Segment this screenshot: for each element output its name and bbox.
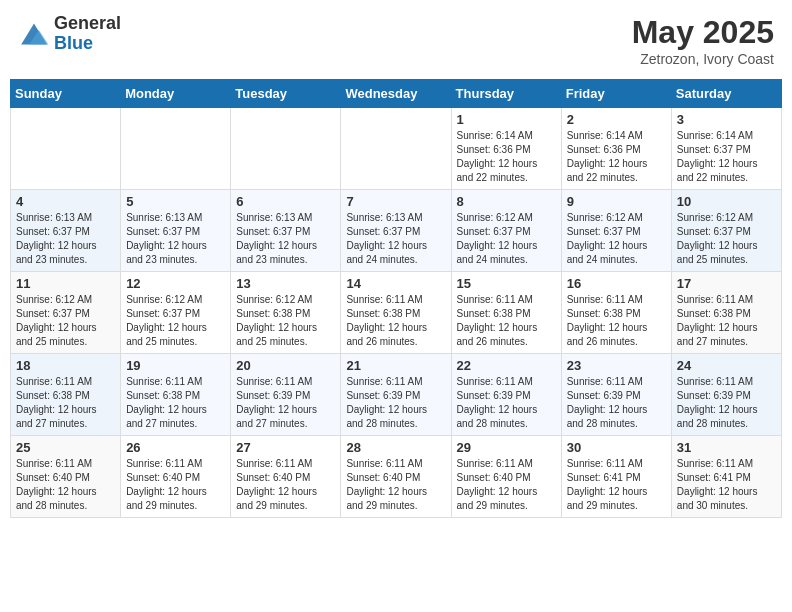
calendar-cell [121,108,231,190]
day-number: 15 [457,276,556,291]
day-info: Sunrise: 6:11 AM Sunset: 6:39 PM Dayligh… [346,375,445,431]
day-number: 25 [16,440,115,455]
location-subtitle: Zetrozon, Ivory Coast [632,51,774,67]
calendar-cell: 6Sunrise: 6:13 AM Sunset: 6:37 PM Daylig… [231,190,341,272]
day-number: 23 [567,358,666,373]
day-header-sunday: Sunday [11,80,121,108]
calendar-cell: 9Sunrise: 6:12 AM Sunset: 6:37 PM Daylig… [561,190,671,272]
calendar-cell: 27Sunrise: 6:11 AM Sunset: 6:40 PM Dayli… [231,436,341,518]
calendar-cell: 29Sunrise: 6:11 AM Sunset: 6:40 PM Dayli… [451,436,561,518]
month-title: May 2025 [632,14,774,51]
day-number: 2 [567,112,666,127]
day-number: 18 [16,358,115,373]
day-number: 22 [457,358,556,373]
day-number: 6 [236,194,335,209]
calendar-cell: 5Sunrise: 6:13 AM Sunset: 6:37 PM Daylig… [121,190,231,272]
logo-blue: Blue [54,33,93,53]
calendar-cell: 7Sunrise: 6:13 AM Sunset: 6:37 PM Daylig… [341,190,451,272]
day-info: Sunrise: 6:13 AM Sunset: 6:37 PM Dayligh… [126,211,225,267]
calendar-cell: 11Sunrise: 6:12 AM Sunset: 6:37 PM Dayli… [11,272,121,354]
day-number: 8 [457,194,556,209]
day-info: Sunrise: 6:12 AM Sunset: 6:37 PM Dayligh… [567,211,666,267]
calendar-cell: 22Sunrise: 6:11 AM Sunset: 6:39 PM Dayli… [451,354,561,436]
day-info: Sunrise: 6:13 AM Sunset: 6:37 PM Dayligh… [16,211,115,267]
calendar-cell: 2Sunrise: 6:14 AM Sunset: 6:36 PM Daylig… [561,108,671,190]
day-info: Sunrise: 6:11 AM Sunset: 6:38 PM Dayligh… [346,293,445,349]
day-info: Sunrise: 6:11 AM Sunset: 6:40 PM Dayligh… [236,457,335,513]
day-info: Sunrise: 6:12 AM Sunset: 6:37 PM Dayligh… [126,293,225,349]
day-number: 21 [346,358,445,373]
page-header: General Blue May 2025 Zetrozon, Ivory Co… [10,10,782,71]
calendar-cell: 18Sunrise: 6:11 AM Sunset: 6:38 PM Dayli… [11,354,121,436]
day-info: Sunrise: 6:12 AM Sunset: 6:37 PM Dayligh… [16,293,115,349]
day-info: Sunrise: 6:12 AM Sunset: 6:37 PM Dayligh… [457,211,556,267]
day-info: Sunrise: 6:11 AM Sunset: 6:38 PM Dayligh… [567,293,666,349]
day-header-friday: Friday [561,80,671,108]
calendar-cell [341,108,451,190]
calendar-header-row: SundayMondayTuesdayWednesdayThursdayFrid… [11,80,782,108]
day-number: 9 [567,194,666,209]
day-number: 19 [126,358,225,373]
day-info: Sunrise: 6:11 AM Sunset: 6:40 PM Dayligh… [346,457,445,513]
calendar-cell: 21Sunrise: 6:11 AM Sunset: 6:39 PM Dayli… [341,354,451,436]
logo-general: General [54,13,121,33]
calendar-cell: 16Sunrise: 6:11 AM Sunset: 6:38 PM Dayli… [561,272,671,354]
day-info: Sunrise: 6:13 AM Sunset: 6:37 PM Dayligh… [236,211,335,267]
calendar-week-1: 1Sunrise: 6:14 AM Sunset: 6:36 PM Daylig… [11,108,782,190]
day-number: 11 [16,276,115,291]
day-info: Sunrise: 6:11 AM Sunset: 6:39 PM Dayligh… [236,375,335,431]
day-number: 30 [567,440,666,455]
day-number: 10 [677,194,776,209]
calendar-week-3: 11Sunrise: 6:12 AM Sunset: 6:37 PM Dayli… [11,272,782,354]
day-number: 16 [567,276,666,291]
calendar-week-5: 25Sunrise: 6:11 AM Sunset: 6:40 PM Dayli… [11,436,782,518]
calendar-cell: 23Sunrise: 6:11 AM Sunset: 6:39 PM Dayli… [561,354,671,436]
calendar-cell: 15Sunrise: 6:11 AM Sunset: 6:38 PM Dayli… [451,272,561,354]
calendar-cell: 25Sunrise: 6:11 AM Sunset: 6:40 PM Dayli… [11,436,121,518]
day-number: 31 [677,440,776,455]
day-info: Sunrise: 6:14 AM Sunset: 6:36 PM Dayligh… [567,129,666,185]
calendar-cell: 20Sunrise: 6:11 AM Sunset: 6:39 PM Dayli… [231,354,341,436]
calendar-cell: 31Sunrise: 6:11 AM Sunset: 6:41 PM Dayli… [671,436,781,518]
day-info: Sunrise: 6:11 AM Sunset: 6:41 PM Dayligh… [677,457,776,513]
logo: General Blue [18,14,121,54]
day-header-tuesday: Tuesday [231,80,341,108]
day-info: Sunrise: 6:12 AM Sunset: 6:38 PM Dayligh… [236,293,335,349]
calendar-cell: 26Sunrise: 6:11 AM Sunset: 6:40 PM Dayli… [121,436,231,518]
day-number: 29 [457,440,556,455]
day-number: 4 [16,194,115,209]
day-header-monday: Monday [121,80,231,108]
day-number: 5 [126,194,225,209]
day-number: 27 [236,440,335,455]
day-info: Sunrise: 6:11 AM Sunset: 6:41 PM Dayligh… [567,457,666,513]
day-number: 17 [677,276,776,291]
calendar-cell: 14Sunrise: 6:11 AM Sunset: 6:38 PM Dayli… [341,272,451,354]
logo-icon [18,20,50,48]
day-info: Sunrise: 6:11 AM Sunset: 6:40 PM Dayligh… [457,457,556,513]
calendar-cell: 28Sunrise: 6:11 AM Sunset: 6:40 PM Dayli… [341,436,451,518]
day-info: Sunrise: 6:11 AM Sunset: 6:40 PM Dayligh… [16,457,115,513]
day-number: 3 [677,112,776,127]
calendar-week-4: 18Sunrise: 6:11 AM Sunset: 6:38 PM Dayli… [11,354,782,436]
day-info: Sunrise: 6:11 AM Sunset: 6:38 PM Dayligh… [126,375,225,431]
calendar-cell: 8Sunrise: 6:12 AM Sunset: 6:37 PM Daylig… [451,190,561,272]
calendar-cell: 24Sunrise: 6:11 AM Sunset: 6:39 PM Dayli… [671,354,781,436]
calendar-cell: 12Sunrise: 6:12 AM Sunset: 6:37 PM Dayli… [121,272,231,354]
calendar-cell: 17Sunrise: 6:11 AM Sunset: 6:38 PM Dayli… [671,272,781,354]
day-header-thursday: Thursday [451,80,561,108]
calendar-week-2: 4Sunrise: 6:13 AM Sunset: 6:37 PM Daylig… [11,190,782,272]
day-number: 7 [346,194,445,209]
day-info: Sunrise: 6:14 AM Sunset: 6:37 PM Dayligh… [677,129,776,185]
calendar-cell: 1Sunrise: 6:14 AM Sunset: 6:36 PM Daylig… [451,108,561,190]
calendar-cell: 10Sunrise: 6:12 AM Sunset: 6:37 PM Dayli… [671,190,781,272]
day-number: 24 [677,358,776,373]
day-info: Sunrise: 6:11 AM Sunset: 6:40 PM Dayligh… [126,457,225,513]
day-info: Sunrise: 6:14 AM Sunset: 6:36 PM Dayligh… [457,129,556,185]
day-number: 13 [236,276,335,291]
day-info: Sunrise: 6:13 AM Sunset: 6:37 PM Dayligh… [346,211,445,267]
calendar-table: SundayMondayTuesdayWednesdayThursdayFrid… [10,79,782,518]
day-header-saturday: Saturday [671,80,781,108]
calendar-cell: 4Sunrise: 6:13 AM Sunset: 6:37 PM Daylig… [11,190,121,272]
day-number: 28 [346,440,445,455]
day-info: Sunrise: 6:11 AM Sunset: 6:38 PM Dayligh… [677,293,776,349]
